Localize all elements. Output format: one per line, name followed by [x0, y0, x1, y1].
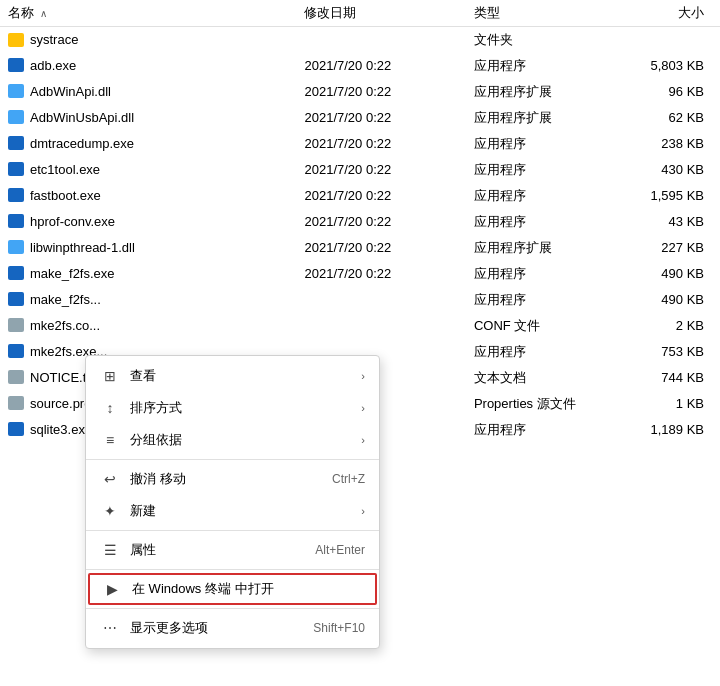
file-size-cell: 5,803 KB — [614, 53, 720, 79]
file-date-cell: 2021/7/20 0:22 — [296, 261, 465, 287]
file-icon — [8, 344, 24, 358]
menu-item-more[interactable]: ⋯显示更多选项Shift+F10 — [86, 612, 379, 644]
menu-item-undo[interactable]: ↩撤消 移动Ctrl+Z — [86, 463, 379, 495]
file-type-cell: 应用程序扩展 — [466, 79, 614, 105]
file-date-cell: 2021/7/20 0:22 — [296, 79, 465, 105]
table-row[interactable]: libwinpthread-1.dll 2021/7/20 0:22 应用程序扩… — [0, 235, 720, 261]
file-icon — [8, 188, 24, 202]
menu-item-label: 在 Windows 终端 中打开 — [132, 580, 363, 598]
menu-separator — [86, 530, 379, 531]
file-size-cell: 490 KB — [614, 287, 720, 313]
file-name-cell: hprof-conv.exe — [0, 209, 296, 235]
col-date-label: 修改日期 — [304, 5, 356, 20]
file-size-cell: 753 KB — [614, 339, 720, 365]
table-row[interactable]: make_f2fs... 应用程序 490 KB — [0, 287, 720, 313]
file-icon — [8, 84, 24, 98]
file-date-cell — [296, 313, 465, 339]
file-date-cell — [296, 27, 465, 53]
file-size-cell: 62 KB — [614, 105, 720, 131]
grid-icon: ⊞ — [100, 366, 120, 386]
file-size-cell: 430 KB — [614, 157, 720, 183]
file-size-cell: 490 KB — [614, 261, 720, 287]
file-size-cell: 744 KB — [614, 365, 720, 391]
menu-item-label: 撤消 移动 — [130, 470, 324, 488]
col-header-name[interactable]: 名称 ∧ — [0, 0, 296, 27]
col-type-label: 类型 — [474, 5, 500, 20]
menu-separator — [86, 569, 379, 570]
file-icon — [8, 33, 24, 47]
undo-icon: ↩ — [100, 469, 120, 489]
menu-item-terminal[interactable]: ▶在 Windows 终端 中打开 — [88, 573, 377, 605]
table-row[interactable]: hprof-conv.exe 2021/7/20 0:22 应用程序 43 KB — [0, 209, 720, 235]
menu-item-label: 新建 — [130, 502, 353, 520]
file-name-cell: fastboot.exe — [0, 183, 296, 209]
menu-item-label: 查看 — [130, 367, 353, 385]
col-size-label: 大小 — [678, 5, 704, 20]
file-type-cell: 应用程序 — [466, 183, 614, 209]
menu-separator — [86, 608, 379, 609]
file-date-cell: 2021/7/20 0:22 — [296, 105, 465, 131]
file-icon — [8, 240, 24, 254]
file-type-cell: 应用程序 — [466, 261, 614, 287]
file-name-cell: AdbWinApi.dll — [0, 79, 296, 105]
submenu-arrow-icon: › — [361, 505, 365, 517]
table-row[interactable]: etc1tool.exe 2021/7/20 0:22 应用程序 430 KB — [0, 157, 720, 183]
file-size-cell: 43 KB — [614, 209, 720, 235]
group-icon: ≡ — [100, 430, 120, 450]
table-row[interactable]: AdbWinUsbApi.dll 2021/7/20 0:22 应用程序扩展 6… — [0, 105, 720, 131]
file-type-cell: CONF 文件 — [466, 313, 614, 339]
file-name-cell: AdbWinUsbApi.dll — [0, 105, 296, 131]
file-date-cell: 2021/7/20 0:22 — [296, 131, 465, 157]
menu-item-label: 属性 — [130, 541, 307, 559]
menu-item-sort[interactable]: ↕排序方式› — [86, 392, 379, 424]
menu-item-label: 排序方式 — [130, 399, 353, 417]
file-type-cell: 应用程序扩展 — [466, 105, 614, 131]
file-name-cell: libwinpthread-1.dll — [0, 235, 296, 261]
file-icon — [8, 136, 24, 150]
file-type-cell: 应用程序 — [466, 417, 614, 443]
file-icon — [8, 214, 24, 228]
file-size-cell — [614, 27, 720, 53]
menu-separator — [86, 459, 379, 460]
col-header-size[interactable]: 大小 — [614, 0, 720, 27]
file-size-cell: 1 KB — [614, 391, 720, 417]
table-row[interactable]: AdbWinApi.dll 2021/7/20 0:22 应用程序扩展 96 K… — [0, 79, 720, 105]
new-icon: ✦ — [100, 501, 120, 521]
sort-icon: ↕ — [100, 398, 120, 418]
col-header-type[interactable]: 类型 — [466, 0, 614, 27]
terminal-icon: ▶ — [102, 579, 122, 599]
file-date-cell — [296, 287, 465, 313]
file-type-cell: 应用程序 — [466, 287, 614, 313]
file-type-cell: 文本文档 — [466, 365, 614, 391]
submenu-arrow-icon: › — [361, 370, 365, 382]
menu-item-group[interactable]: ≡分组依据› — [86, 424, 379, 456]
file-type-cell: 应用程序 — [466, 339, 614, 365]
col-header-date[interactable]: 修改日期 — [296, 0, 465, 27]
file-icon — [8, 266, 24, 280]
file-date-cell: 2021/7/20 0:22 — [296, 157, 465, 183]
menu-item-new[interactable]: ✦新建› — [86, 495, 379, 527]
table-row[interactable]: fastboot.exe 2021/7/20 0:22 应用程序 1,595 K… — [0, 183, 720, 209]
table-row[interactable]: adb.exe 2021/7/20 0:22 应用程序 5,803 KB — [0, 53, 720, 79]
file-type-cell: 应用程序 — [466, 53, 614, 79]
menu-item-view[interactable]: ⊞查看› — [86, 360, 379, 392]
file-size-cell: 1,189 KB — [614, 417, 720, 443]
file-date-cell: 2021/7/20 0:22 — [296, 235, 465, 261]
file-size-cell: 1,595 KB — [614, 183, 720, 209]
table-row[interactable]: mke2fs.co... CONF 文件 2 KB — [0, 313, 720, 339]
table-row[interactable]: systrace 文件夹 — [0, 27, 720, 53]
submenu-arrow-icon: › — [361, 402, 365, 414]
props-icon: ☰ — [100, 540, 120, 560]
file-name-cell: make_f2fs.exe — [0, 261, 296, 287]
file-size-cell: 238 KB — [614, 131, 720, 157]
file-name-cell: dmtracedump.exe — [0, 131, 296, 157]
table-row[interactable]: dmtracedump.exe 2021/7/20 0:22 应用程序 238 … — [0, 131, 720, 157]
file-type-cell: Properties 源文件 — [466, 391, 614, 417]
menu-item-props[interactable]: ☰属性Alt+Enter — [86, 534, 379, 566]
file-date-cell: 2021/7/20 0:22 — [296, 183, 465, 209]
table-row[interactable]: make_f2fs.exe 2021/7/20 0:22 应用程序 490 KB — [0, 261, 720, 287]
sort-arrow: ∧ — [40, 8, 47, 19]
file-type-cell: 应用程序扩展 — [466, 235, 614, 261]
file-icon — [8, 292, 24, 306]
menu-item-shortcut: Alt+Enter — [315, 543, 365, 557]
